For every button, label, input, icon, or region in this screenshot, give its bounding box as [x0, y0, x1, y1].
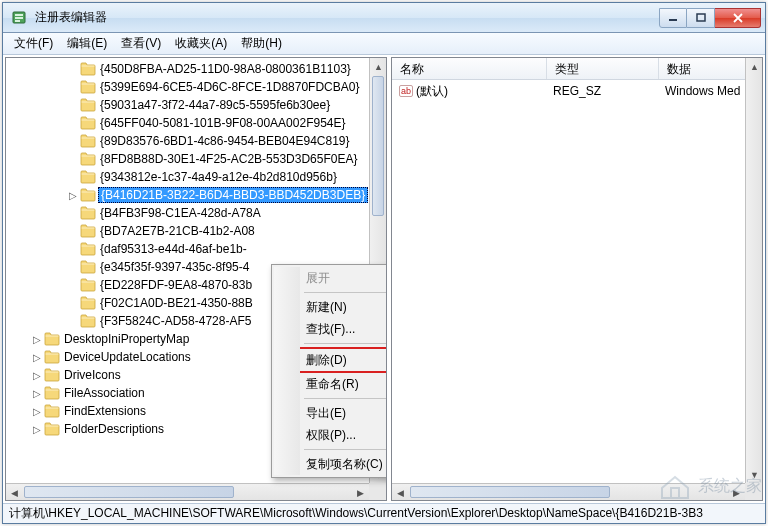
- tree-key-label: {89D83576-6BD1-4c86-9454-BEB04E94C819}: [98, 134, 352, 148]
- tree-key-label: DeviceUpdateLocations: [62, 350, 193, 364]
- tree-key[interactable]: {59031a47-3f72-44a7-89c5-5595fe6b30ee}: [8, 96, 386, 114]
- tree-key[interactable]: {645FF040-5081-101B-9F08-00AA002F954E}: [8, 114, 386, 132]
- minimize-button[interactable]: [659, 8, 687, 28]
- ctx-rename[interactable]: 重命名(R): [274, 373, 387, 395]
- folder-icon: [80, 206, 96, 220]
- folder-icon: [80, 296, 96, 310]
- string-value-icon: ab: [398, 83, 414, 99]
- folder-icon: [80, 116, 96, 130]
- tree-key-label: {645FF040-5081-101B-9F08-00AA002F954E}: [98, 116, 348, 130]
- folder-icon: [80, 170, 96, 184]
- tree-key-label: {B416D21B-3B22-B6D4-BBD3-BBD452DB3DEB}: [98, 187, 368, 203]
- list-row[interactable]: ab (默认) REG_SZ Windows Med: [392, 82, 762, 100]
- col-type[interactable]: 类型: [547, 58, 659, 79]
- tree-key-label: {9343812e-1c37-4a49-a12e-4b2d810d956b}: [98, 170, 339, 184]
- menu-edit[interactable]: 编辑(E): [60, 33, 114, 54]
- app-icon: [11, 9, 29, 27]
- folder-icon: [44, 422, 60, 436]
- tree-key-label: {B4FB3F98-C1EA-428d-A78A: [98, 206, 263, 220]
- menu-view[interactable]: 查看(V): [114, 33, 168, 54]
- folder-icon: [44, 404, 60, 418]
- tree-pane: {450D8FBA-AD25-11D0-98A8-0800361B1103}{5…: [5, 57, 387, 501]
- tree-key-label: {daf95313-e44d-46af-be1b-: [98, 242, 249, 256]
- tree-key[interactable]: {B4FB3F98-C1EA-428d-A78A: [8, 204, 386, 222]
- folder-icon: [80, 260, 96, 274]
- tree-key-label: {F3F5824C-AD58-4728-AF5: [98, 314, 253, 328]
- expand-toggle[interactable]: ▷: [30, 388, 44, 399]
- ctx-delete[interactable]: 删除(D): [280, 349, 387, 371]
- tree-key[interactable]: ▷{B416D21B-3B22-B6D4-BBD3-BBD452DB3DEB}: [8, 186, 386, 204]
- menu-fav[interactable]: 收藏夹(A): [168, 33, 234, 54]
- titlebar[interactable]: 注册表编辑器: [3, 3, 765, 33]
- ctx-export[interactable]: 导出(E): [274, 402, 387, 424]
- expand-toggle[interactable]: ▷: [30, 370, 44, 381]
- ctx-find[interactable]: 查找(F)...: [274, 318, 387, 340]
- value-type: REG_SZ: [547, 84, 659, 98]
- expand-toggle[interactable]: ▷: [30, 424, 44, 435]
- list-body[interactable]: ab (默认) REG_SZ Windows Med: [392, 80, 762, 102]
- folder-icon: [80, 188, 96, 202]
- tree-key-label: DriveIcons: [62, 368, 123, 382]
- tree-key[interactable]: {89D83576-6BD1-4c86-9454-BEB04E94C819}: [8, 132, 386, 150]
- folder-icon: [80, 314, 96, 328]
- tree-key-label: {e345f35f-9397-435c-8f95-4: [98, 260, 251, 274]
- folder-icon: [80, 152, 96, 166]
- ctx-expand[interactable]: 展开: [274, 267, 387, 289]
- menu-file[interactable]: 文件(F): [7, 33, 60, 54]
- client-area: {450D8FBA-AD25-11D0-98A8-0800361B1103}{5…: [3, 55, 765, 503]
- tree-key-label: {F02C1A0D-BE21-4350-88B: [98, 296, 255, 310]
- tree-key-label: {59031a47-3f72-44a7-89c5-5595fe6b30ee}: [98, 98, 332, 112]
- menubar: 文件(F) 编辑(E) 查看(V) 收藏夹(A) 帮助(H): [3, 33, 765, 55]
- list-header[interactable]: 名称 类型 数据: [392, 58, 762, 80]
- tree-key[interactable]: {BD7A2E7B-21CB-41b2-A08: [8, 222, 386, 240]
- folder-icon: [80, 224, 96, 238]
- svg-rect-1: [15, 14, 23, 16]
- menu-help[interactable]: 帮助(H): [234, 33, 289, 54]
- tree-key-label: {450D8FBA-AD25-11D0-98A8-0800361B1103}: [98, 62, 353, 76]
- folder-icon: [44, 368, 60, 382]
- highlight-box: 删除(D): [278, 347, 387, 373]
- tree-key-label: FindExtensions: [62, 404, 148, 418]
- folder-icon: [80, 62, 96, 76]
- ctx-copy-key-name[interactable]: 复制项名称(C): [274, 453, 387, 475]
- folder-icon: [80, 98, 96, 112]
- maximize-button[interactable]: [687, 8, 715, 28]
- statusbar: 计算机\HKEY_LOCAL_MACHINE\SOFTWARE\Microsof…: [3, 503, 765, 523]
- svg-rect-3: [15, 20, 20, 22]
- window-buttons: [659, 8, 761, 28]
- tree-key-label: FolderDescriptions: [62, 422, 166, 436]
- tree-key[interactable]: {daf95313-e44d-46af-be1b-: [8, 240, 386, 258]
- tree-key[interactable]: {450D8FBA-AD25-11D0-98A8-0800361B1103}: [8, 60, 386, 78]
- col-name[interactable]: 名称: [392, 58, 547, 79]
- regedit-window: 注册表编辑器 文件(F) 编辑(E) 查看(V) 收藏夹(A) 帮助(H) {4…: [2, 2, 766, 524]
- tree-key[interactable]: {9343812e-1c37-4a49-a12e-4b2d810d956b}: [8, 168, 386, 186]
- tree-key[interactable]: {8FD8B88D-30E1-4F25-AC2B-553D3D65F0EA}: [8, 150, 386, 168]
- svg-rect-5: [697, 14, 705, 21]
- tree-key-label: FileAssociation: [62, 386, 147, 400]
- close-button[interactable]: [715, 8, 761, 28]
- folder-icon: [80, 134, 96, 148]
- ctx-permissions[interactable]: 权限(P)...: [274, 424, 387, 446]
- expand-toggle[interactable]: ▷: [30, 352, 44, 363]
- ctx-new[interactable]: 新建(N)▶: [274, 296, 387, 318]
- tree-key-label: {BD7A2E7B-21CB-41b2-A08: [98, 224, 257, 238]
- svg-rect-4: [669, 19, 677, 21]
- folder-icon: [44, 386, 60, 400]
- tree-key-label: {8FD8B88D-30E1-4F25-AC2B-553D3D65F0EA}: [98, 152, 359, 166]
- svg-rect-2: [15, 17, 23, 19]
- window-title: 注册表编辑器: [35, 9, 659, 26]
- list-scrollbar-vertical[interactable]: ▲▼: [745, 58, 762, 483]
- list-scrollbar-horizontal[interactable]: ◀ ▶: [392, 483, 745, 500]
- folder-icon: [80, 242, 96, 256]
- value-name: (默认): [416, 83, 448, 100]
- folder-icon: [80, 80, 96, 94]
- folder-icon: [80, 278, 96, 292]
- expand-toggle[interactable]: ▷: [30, 406, 44, 417]
- expand-toggle[interactable]: ▷: [30, 334, 44, 345]
- tree-key-label: {ED228FDF-9EA8-4870-83b: [98, 278, 254, 292]
- tree-scrollbar-horizontal[interactable]: ◀ ▶: [6, 483, 369, 500]
- values-pane: 名称 类型 数据 ab (默认) REG_SZ Windows Med ▲▼ ◀: [391, 57, 763, 501]
- tree-key[interactable]: {5399E694-6CE5-4D6C-8FCE-1D8870FDCBA0}: [8, 78, 386, 96]
- expand-toggle[interactable]: ▷: [66, 190, 80, 201]
- folder-icon: [44, 350, 60, 364]
